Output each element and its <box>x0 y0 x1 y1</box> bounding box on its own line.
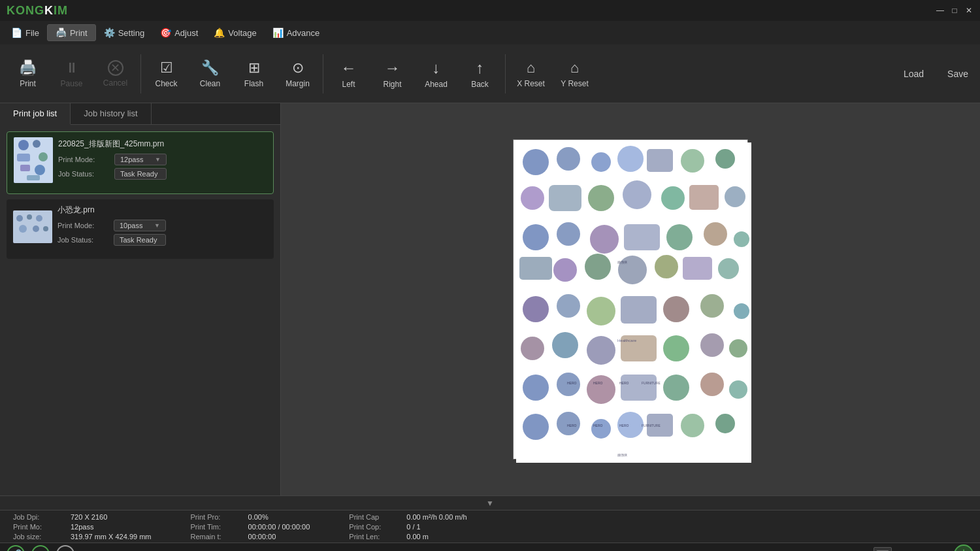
svg-point-44 <box>523 296 549 322</box>
time-label: Print Tim: <box>191 523 243 531</box>
status-row-len: Print Len: 0.00 m <box>349 533 466 541</box>
device-icon <box>874 547 892 551</box>
menu-setting[interactable]: ⚙️ Setting <box>96 25 152 41</box>
margin-button[interactable]: ⊙ Margin <box>276 48 319 99</box>
menu-advance-label: Advance <box>287 28 320 38</box>
svg-point-16 <box>523 149 549 175</box>
svg-point-12 <box>19 225 27 233</box>
status-bar: Job Dpi: 720 X 2160 Print Mo: 12pass Job… <box>0 510 980 543</box>
menu-voltage[interactable]: 🔔 Voltage <box>206 25 264 41</box>
job-thumb-1 <box>14 137 53 183</box>
mode-value: 12pass <box>71 523 93 531</box>
back-arrow-icon: ↑ <box>476 59 484 77</box>
pause-button-label: Pause <box>60 79 82 88</box>
left-panel: Print job list Job history list <box>0 103 281 495</box>
menu-file[interactable]: 📄 File <box>3 25 47 41</box>
setting-icon: ⚙️ <box>104 27 115 38</box>
menu-adjust[interactable]: 🎯 Adjust <box>152 25 206 41</box>
svg-rect-33 <box>624 224 660 250</box>
tab-print-job-list[interactable]: Print job list <box>0 103 71 125</box>
svg-text:顽强俠: 顽强俠 <box>617 453 627 457</box>
y-reset-button[interactable]: ⌂ Y Reset <box>553 48 596 99</box>
status-row-dpi: Job Dpi: 720 X 2160 <box>13 513 152 521</box>
svg-rect-5 <box>20 165 30 171</box>
job-card-2[interactable]: 小恐龙.prn Print Mode: 10pass ▼ Job Status:… <box>7 199 274 259</box>
svg-point-70 <box>681 414 704 437</box>
minimize-button[interactable]: — <box>936 6 945 15</box>
status-row-progress: Print Pro: 0.00% <box>191 513 310 521</box>
status-row-remain: Remain t: 00:00:00 <box>191 533 310 541</box>
close-button[interactable]: ✕ <box>964 6 973 15</box>
power-button[interactable]: ⏻ <box>954 544 973 551</box>
flash-button[interactable]: ⊞ Flash <box>233 48 275 99</box>
preview-image: Healthcare HERO HERO HERO FURNITURE HERO… <box>513 139 748 459</box>
device-ready-area: Device Ready ⏻ <box>874 544 973 551</box>
svg-point-14 <box>43 226 48 231</box>
remain-value: 00:00:00 <box>248 533 276 541</box>
pause-icon: ⏸ <box>65 59 79 76</box>
print-button[interactable]: 🖨️ Print <box>7 48 49 99</box>
ahead-button[interactable]: ↓ Ahead <box>415 48 457 99</box>
x-reset-button[interactable]: ⌂ X Reset <box>510 48 552 99</box>
job-list: 220825_排版新图_425mm.prn Print Mode: 12pass… <box>0 125 280 265</box>
load-button[interactable]: Load <box>898 66 929 82</box>
job-2-status-label: Job Status: <box>57 236 110 244</box>
size-value: 319.97 mm X 424.99 mm <box>71 533 152 541</box>
job-thumb-2 <box>13 210 52 243</box>
svg-point-22 <box>715 149 735 169</box>
svg-text:FURNITURE: FURNITURE <box>642 424 661 427</box>
position-icon-button[interactable]: ⊕ <box>31 545 50 551</box>
toolbar: 🖨️ Print ⏸ Pause ✕ Cancel ☑ Check 🔧 Clea… <box>0 44 980 103</box>
svg-point-56 <box>700 333 724 357</box>
pause-button[interactable]: ⏸ Pause <box>50 48 93 99</box>
svg-point-13 <box>33 225 39 232</box>
cancel-button[interactable]: ✕ Cancel <box>94 48 137 99</box>
svg-point-6 <box>35 165 45 175</box>
svg-rect-3 <box>17 154 30 161</box>
pause-status-icon-button[interactable]: ⏸ <box>56 545 74 551</box>
right-button[interactable]: → Right <box>371 48 414 99</box>
check-button[interactable]: ☑ Check <box>145 48 188 99</box>
clean-button[interactable]: 🔧 Clean <box>189 48 231 99</box>
remain-label: Remain t: <box>191 533 243 541</box>
job-2-status-value: Task Ready <box>114 234 166 246</box>
menu-file-label: File <box>25 28 39 38</box>
status-row-cap: Print Cap 0.00 m²/h 0.00 m/h <box>349 513 466 521</box>
toolbar-separator-2 <box>323 54 323 93</box>
job-card-2-header: 小恐龙.prn Print Mode: 10pass ▼ Job Status:… <box>13 205 267 248</box>
svg-point-71 <box>715 414 735 433</box>
y-reset-button-label: Y Reset <box>561 79 588 88</box>
svg-point-46 <box>587 297 615 326</box>
job-1-status-value: Task Ready <box>114 168 167 180</box>
clean-button-label: Clean <box>200 79 220 88</box>
svg-point-29 <box>725 186 745 207</box>
job-card-1[interactable]: 220825_排版新图_425mm.prn Print Mode: 12pass… <box>7 131 274 194</box>
job-1-mode-value[interactable]: 12pass ▼ <box>114 154 167 165</box>
menu-advance[interactable]: 📊 Advance <box>265 25 328 41</box>
ahead-arrow-icon: ↓ <box>433 59 440 77</box>
menu-print[interactable]: 🖨️ Print <box>47 24 96 41</box>
time-value: 00:00:00 / 00:00:00 <box>248 523 310 531</box>
clean-icon: 🔧 <box>201 59 219 76</box>
voltage-icon: 🔔 <box>214 27 225 38</box>
link-icon-button[interactable]: 🔗 <box>7 545 25 551</box>
back-button[interactable]: ↑ Back <box>459 48 501 99</box>
svg-rect-7 <box>27 175 40 180</box>
tab-job-history-list[interactable]: Job history list <box>71 103 151 124</box>
svg-point-1 <box>18 140 29 150</box>
left-button[interactable]: ← Left <box>327 48 370 99</box>
svg-point-32 <box>590 225 619 254</box>
maximize-button[interactable]: □ <box>950 6 959 15</box>
titlebar-left: KONGKIM <box>7 4 68 18</box>
bottom-bar: 🔗 ⊕ ⏸ X Pos: 0 mm Y Pos: 0 mm Device Rea… <box>0 543 980 551</box>
job-2-mode-value[interactable]: 10pass ▼ <box>114 220 166 231</box>
menu-adjust-label: Adjust <box>174 28 198 38</box>
svg-point-31 <box>557 222 580 246</box>
save-button[interactable]: Save <box>942 66 973 82</box>
svg-point-11 <box>36 215 42 222</box>
left-arrow-icon: ← <box>341 59 357 77</box>
svg-point-55 <box>663 335 689 361</box>
svg-point-53 <box>587 336 615 365</box>
back-button-label: Back <box>471 80 489 89</box>
svg-point-63 <box>700 373 724 396</box>
